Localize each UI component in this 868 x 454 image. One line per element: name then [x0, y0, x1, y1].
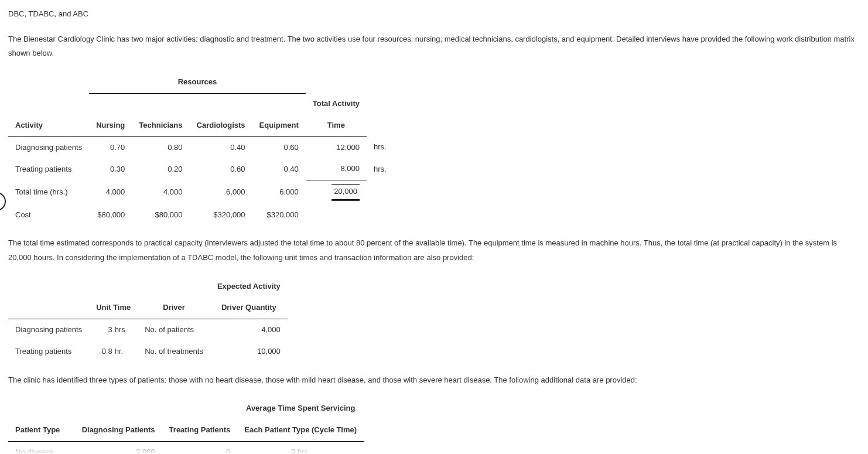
row-label: Diagnosing patients: [8, 319, 89, 341]
cell: 4,000: [210, 319, 288, 341]
table-row: Treating patients 0.30 0.20 0.60 0.40 8,…: [8, 158, 394, 180]
col-tech: Technicians: [132, 115, 189, 136]
unit: hr.: [114, 341, 138, 363]
cell: 0.40: [252, 158, 306, 180]
unit: hrs.: [367, 158, 394, 180]
col-nursing: Nursing: [89, 115, 132, 136]
cell: 0.8: [89, 341, 114, 363]
table-row-total: Total time (hrs.) 4,000 4,000 6,000 6,00…: [8, 180, 394, 204]
cell: 0.80: [132, 136, 189, 158]
unit: hrs: [114, 319, 138, 341]
col-avg-2: Each Patient Type (Cycle Time): [237, 419, 364, 441]
cell: 6,000: [252, 180, 306, 204]
decorative-arc: [0, 192, 6, 211]
col-expected-1: Expected Activity: [210, 276, 288, 298]
paragraph-patient-types: The clinic has identified three types of…: [8, 373, 860, 388]
paragraph-capacity: The total time estimated corresponds to …: [8, 236, 860, 265]
col-equip: Equipment: [252, 115, 306, 136]
cell: $80,000: [89, 204, 132, 226]
cell: No. of patients: [138, 319, 210, 341]
cell: $80,000: [132, 204, 189, 226]
cell: 3 hrs.: [237, 441, 364, 454]
col-total-2: Time: [306, 115, 367, 136]
table-row: Diagnosing patients 3 hrs No. of patient…: [8, 319, 288, 341]
cell: 10,000: [210, 341, 288, 363]
resources-header: Resources: [89, 71, 306, 93]
patient-type-table: Average Time Spent Servicing Patient Typ…: [8, 398, 364, 454]
col-expected-2: Driver Quantity: [210, 297, 288, 319]
row-label: Treating patients: [8, 341, 89, 363]
col-activity: Activity: [8, 115, 89, 136]
cell: 12,000: [306, 136, 367, 158]
cell: 0.70: [89, 136, 132, 158]
col-total-1: Total Activity: [306, 93, 367, 115]
cell: 6,000: [190, 180, 252, 204]
cell: 4,000: [132, 180, 189, 204]
cell: 0: [162, 441, 238, 454]
cell: $320,000: [190, 204, 252, 226]
col-avg-1: Average Time Spent Servicing: [237, 398, 364, 419]
row-label: Treating patients: [8, 158, 89, 180]
col-treat: Treating Patients: [162, 419, 238, 441]
cell: $320,000: [252, 204, 306, 226]
cell: 0.60: [190, 158, 252, 180]
cell: 20,000: [306, 180, 367, 204]
cell: 3: [89, 319, 114, 341]
cell: 4,000: [89, 180, 132, 204]
row-label: Diagnosing patients: [8, 136, 89, 158]
unit: hrs.: [367, 136, 394, 158]
col-card: Cardiologists: [190, 115, 252, 136]
col-ptype: Patient Type: [8, 419, 75, 441]
table-row-cost: Cost $80,000 $80,000 $320,000 $320,000: [8, 204, 394, 226]
table-row: Diagnosing patients 0.70 0.80 0.40 0.60 …: [8, 136, 394, 158]
paragraph-intro: The Bienestar Cardiology Clinic has two …: [8, 32, 860, 61]
cell: 8,000: [306, 158, 367, 180]
col-driver: Driver: [138, 297, 210, 319]
row-label: No disease: [8, 441, 75, 454]
col-diag: Diagnosing Patients: [75, 419, 162, 441]
unit-time-table: Expected Activity Unit Time Driver Drive…: [8, 276, 288, 363]
cell: 0.30: [89, 158, 132, 180]
cell: 2,000: [75, 441, 162, 454]
cell: 0.20: [132, 158, 189, 180]
cell: 0.60: [252, 136, 306, 158]
table-row: Treating patients 0.8 hr. No. of treatme…: [8, 341, 288, 363]
table-row: No disease 2,000 0 3 hrs.: [8, 441, 364, 454]
row-label: Total time (hrs.): [8, 180, 89, 204]
resources-table: Resources Total Activity Activity Nursin…: [8, 71, 394, 226]
cell: 0.40: [190, 136, 252, 158]
row-label: Cost: [8, 204, 89, 226]
col-unit-time: Unit Time: [89, 297, 138, 319]
page-title: DBC, TDABC, and ABC: [8, 7, 860, 22]
cell: No. of treatments: [138, 341, 210, 363]
